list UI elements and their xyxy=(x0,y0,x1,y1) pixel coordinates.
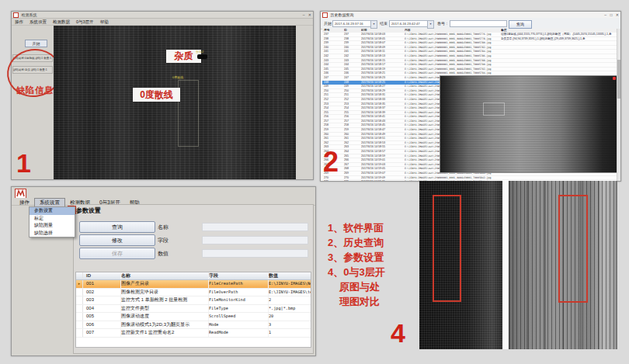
cell: 271 xyxy=(344,180,361,181)
panel1-menubar: 操作系统设置检测数据0与3层开帮助 xyxy=(12,19,313,26)
cell: E:\JINYU-IMAGES\out\JYW000001_0001_0ANGL… xyxy=(405,63,501,67)
roll-number-label: 卷号： xyxy=(437,21,449,26)
cell: 253 xyxy=(344,102,361,106)
scrollbar-thumb[interactable] xyxy=(617,60,620,99)
cell: 259 xyxy=(344,128,361,132)
menu-item[interactable]: 检测数据 xyxy=(50,19,73,25)
cell: E:\JINYU-IMAGES\out\JYW000001_0001_0ANGL… xyxy=(405,50,501,54)
cell: 杂质异常,(94,94,3739,3591,),1,缺陷判断区,(29,439,… xyxy=(501,37,617,41)
save-button[interactable]: 保存 xyxy=(79,248,155,259)
cell: ScrollSpeed xyxy=(209,313,269,321)
app-icon xyxy=(13,12,19,18)
cell: 244 xyxy=(322,63,344,67)
scatter-annotation: 0度散线 xyxy=(133,88,180,102)
cell: E:\JINYU-IMAGES\out\JYW000001_0001_0ANGL… xyxy=(405,68,501,71)
menu-item[interactable]: 操作 xyxy=(12,19,26,25)
cell: E:\JINYU-IMAGES\out\JYW000001_0001_0ANGL… xyxy=(405,54,501,58)
cell: 248 xyxy=(322,81,344,85)
cell: 007 xyxy=(83,329,121,337)
params-table-row[interactable]: 005图像滚动速度ScrollSpeed20 xyxy=(76,313,311,321)
note-line: 原图与处 xyxy=(328,279,419,294)
modify-button[interactable]: 修改 xyxy=(79,234,155,246)
window-controls: – □ ✕ xyxy=(602,12,619,18)
params-table-row[interactable]: 004监控文件类型FileType*.jpg|*.bmp xyxy=(76,305,311,314)
cell: 2017/6/16 14:58:05 xyxy=(361,37,405,41)
cell xyxy=(76,321,83,329)
start-datetime-field[interactable]: 2017-6-16 23:37:16 xyxy=(332,20,373,27)
cell xyxy=(76,296,83,304)
params-table-row[interactable]: 007监控新文件1 监控重命名2ReadMode1 xyxy=(76,329,311,338)
cell: FileOverPath xyxy=(209,289,269,296)
note-line: 3、参数设置 xyxy=(328,250,419,265)
screenshot-collage: 检测系统 – ✕ 操作系统设置检测数据0与3层开帮助 开始 缺陷名称:0度散线 … xyxy=(0,0,629,364)
dialog-title-text: 参数设置 xyxy=(76,207,101,214)
cell: 260 xyxy=(322,133,344,137)
cell: 2017/6/16 14:58:19 xyxy=(361,68,405,71)
maximize-icon[interactable]: □ xyxy=(610,12,612,17)
cell: 258 xyxy=(344,123,361,127)
cell: 002 xyxy=(83,289,121,296)
field-input[interactable] xyxy=(202,236,308,244)
cell: 251 xyxy=(344,93,361,97)
cell xyxy=(76,313,83,321)
cell: 256 xyxy=(322,115,344,119)
start-button[interactable]: 开始 xyxy=(25,40,47,47)
query-button[interactable]: 查询 xyxy=(79,221,155,233)
roll-number-input[interactable] xyxy=(450,20,507,27)
cell: FileMonitorKind xyxy=(209,296,269,304)
cell: 图像滚动模式1为2D,3为翻页显示 xyxy=(121,321,209,329)
cell: 247 xyxy=(344,76,361,80)
close-icon[interactable]: ✕ xyxy=(616,12,619,17)
close-icon[interactable]: ✕ xyxy=(308,12,311,17)
cell: 240 xyxy=(322,46,344,50)
cell: 242 xyxy=(344,54,361,58)
cell xyxy=(76,289,83,296)
params-table-row[interactable]: 002图像检测完毕目录FileOverPathE:\JINYU-IMAGES\t… xyxy=(76,289,311,297)
value-input[interactable] xyxy=(202,249,308,258)
minimize-icon[interactable]: – xyxy=(303,12,305,17)
menu-item[interactable]: 操作 xyxy=(15,199,34,206)
cell: 004 xyxy=(83,305,121,313)
name-input[interactable] xyxy=(202,223,308,231)
start-dropdown-icon[interactable]: ▾ xyxy=(370,20,377,29)
menu-item[interactable]: 系统设置 xyxy=(26,19,50,25)
processed-image xyxy=(509,181,617,349)
close-icon[interactable] xyxy=(613,77,616,80)
cell: 2017/6/16 14:58:33 xyxy=(361,98,405,102)
params-table-row[interactable]: ▸001图像产生目录FileCreatePathE:\JINYU-IMAGES\… xyxy=(76,280,311,289)
end-dropdown-icon[interactable]: ▾ xyxy=(427,20,434,29)
cell xyxy=(76,305,83,313)
minimize-icon[interactable]: – xyxy=(604,12,606,17)
cell: 245 xyxy=(344,68,361,71)
menu-item[interactable]: 0与3层开 xyxy=(73,19,97,25)
dropdown-menu-item[interactable]: 标定 xyxy=(30,215,75,223)
dropdown-menu-item[interactable]: 缺陷选择 xyxy=(30,230,75,237)
xray-scan-image: 杂质 杂质2 0度散线 0度散线 xyxy=(54,26,296,179)
cell: 270 xyxy=(344,176,361,180)
params-table-row[interactable]: 003监控方式 1 单胎检测 2 批量检测FileMonitorKind2 xyxy=(76,296,311,305)
cell: 257 xyxy=(344,120,361,123)
col-name: 名称 xyxy=(121,272,209,279)
cell xyxy=(501,176,617,180)
cell xyxy=(501,54,617,58)
dropdown-menu-item[interactable]: 参数设置 xyxy=(30,207,75,215)
menu-item[interactable]: 帮助 xyxy=(97,19,112,25)
cell: 2017/6/16 14:58:09 xyxy=(361,46,405,50)
end-datetime-field[interactable]: 2017-6-16 23:42:47 xyxy=(389,20,429,27)
note-line: 理图对比 xyxy=(328,294,419,309)
cell: 图像滚动速度 xyxy=(121,313,209,321)
system-settings-dropdown: 参数设置标定缺陷测量缺陷选择 xyxy=(29,206,75,237)
query-button[interactable]: 查询 xyxy=(509,20,532,29)
cell: E:\JINYU-IMAGES\out\JYW000001_0001_0ANGL… xyxy=(405,59,501,63)
annotation-notes: 1、软件界面2、历史查询3、参数设置4、0与3层开原图与处理图对比 xyxy=(328,220,419,309)
cell: 249 xyxy=(322,85,344,88)
cell: 2017/6/16 14:58:51 xyxy=(361,137,405,140)
cell: 2017/6/16 14:58:43 xyxy=(361,120,405,123)
field-label: 字段 xyxy=(158,237,169,244)
cell: 2017/6/16 14:59:07 xyxy=(361,172,405,175)
cell: 250 xyxy=(322,89,344,93)
vertical-scrollbar[interactable] xyxy=(617,29,620,181)
dropdown-menu-item[interactable]: 缺陷测量 xyxy=(30,222,75,230)
params-table-row[interactable]: 006图像滚动模式1为2D,3为翻页显示Mode3 xyxy=(76,321,311,330)
cell xyxy=(501,41,617,45)
